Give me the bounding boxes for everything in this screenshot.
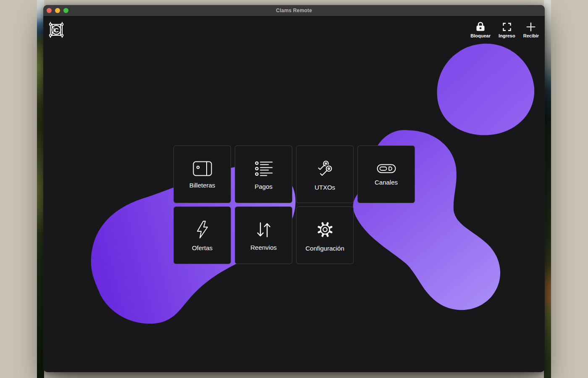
close-button[interactable]: [47, 8, 52, 13]
channel-icon: [377, 164, 396, 173]
tile-label: Ofertas: [192, 244, 213, 251]
tile-label: Configuración: [305, 245, 344, 252]
header-actions: Bloquear Ingreso: [470, 21, 540, 38]
main-content: C Bloquear: [43, 16, 545, 372]
keys-icon: [315, 159, 335, 178]
minimize-button[interactable]: [55, 8, 60, 13]
wallet-icon: [193, 161, 212, 176]
tile-channels[interactable]: Canales: [357, 145, 415, 203]
tile-settings[interactable]: Configuración: [296, 206, 354, 264]
titlebar: Clams Remote: [43, 5, 545, 16]
app-window: Clams Remote: [43, 5, 545, 372]
action-label: Recibir: [523, 33, 539, 38]
wallpaper-strip-right: [544, 0, 551, 378]
tile-label: Billeteras: [189, 182, 215, 189]
lightning-icon: [195, 220, 210, 239]
tile-offers[interactable]: Ofertas: [173, 206, 231, 264]
tile-forwards[interactable]: Reenvios: [235, 206, 292, 264]
svg-text:C: C: [54, 26, 59, 34]
plus-icon: [526, 21, 536, 32]
tile-label: Pagos: [255, 183, 273, 190]
tile-label: Reenvios: [250, 244, 277, 251]
desktop-background: Clams Remote: [0, 0, 588, 378]
ingress-button[interactable]: Ingreso: [498, 21, 516, 38]
action-label: Bloquear: [470, 33, 491, 38]
list-icon: [255, 160, 273, 177]
tile-utxos[interactable]: UTXOs: [296, 145, 354, 203]
receive-button[interactable]: Recibir: [522, 21, 540, 38]
lock-icon: [475, 21, 486, 32]
zoom-button[interactable]: [63, 8, 68, 13]
menu-grid: Billeteras Pagos: [173, 145, 415, 264]
lock-button[interactable]: Bloquear: [470, 21, 491, 38]
clams-logo[interactable]: C: [47, 21, 65, 39]
tile-label: UTXOs: [315, 184, 335, 191]
gear-icon: [315, 220, 335, 239]
tile-wallets[interactable]: Billeteras: [173, 145, 231, 203]
scan-frame-icon: [502, 21, 512, 32]
arrows-up-down-icon: [255, 221, 272, 238]
action-label: Ingreso: [499, 33, 515, 38]
window-title: Clams Remote: [276, 8, 312, 13]
tile-label: Canales: [375, 179, 398, 186]
traffic-lights: [47, 8, 68, 13]
tile-payments[interactable]: Pagos: [235, 145, 292, 203]
